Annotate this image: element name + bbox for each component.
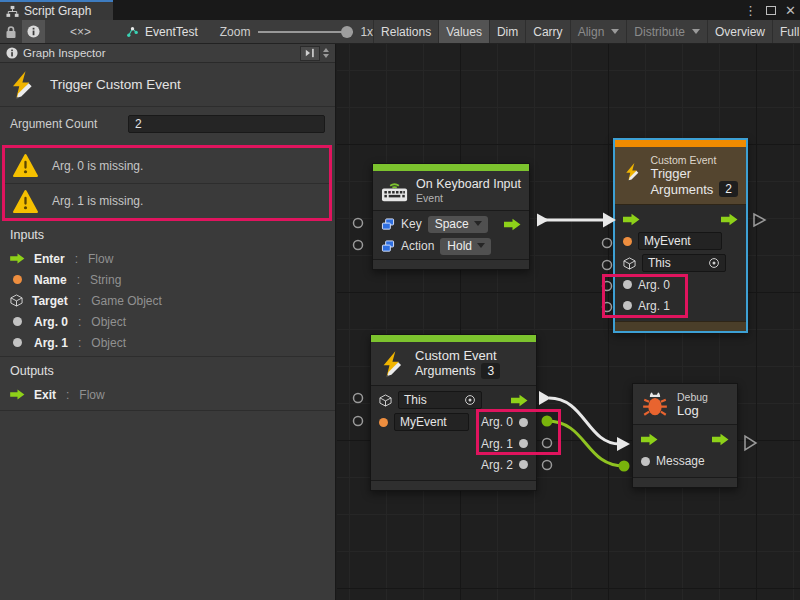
graph-canvas[interactable]: On Keyboard Input Event Key Space bbox=[337, 44, 800, 600]
port-trigger-target-in[interactable] bbox=[603, 261, 612, 270]
custom-event-icon bbox=[379, 350, 407, 378]
graph-breadcrumb[interactable]: EventTest bbox=[126, 20, 198, 43]
name-port-icon[interactable] bbox=[623, 237, 632, 246]
node-custom-event[interactable]: Custom Event Arguments 3 This bbox=[370, 334, 537, 491]
argument-count-input[interactable]: 2 bbox=[128, 115, 325, 133]
distribute-dropdown[interactable]: Distribute bbox=[626, 20, 707, 43]
arg0-label: Arg. 0 bbox=[638, 278, 670, 292]
flow-out-port[interactable] bbox=[721, 213, 738, 226]
event-node-strip bbox=[373, 164, 529, 171]
fullscreen-label: Full Screen bbox=[780, 25, 800, 39]
port-trigger-name-in[interactable] bbox=[603, 239, 612, 248]
carry-button[interactable]: Carry bbox=[525, 20, 569, 43]
close-icon[interactable]: ✕ bbox=[785, 4, 796, 17]
flow-in-port[interactable] bbox=[641, 433, 658, 446]
trigger-out-port[interactable] bbox=[504, 218, 521, 231]
arg2-out-port-icon[interactable] bbox=[519, 460, 528, 469]
trigger-out-port[interactable] bbox=[511, 394, 528, 407]
port-receiver-arg1-out[interactable] bbox=[543, 439, 552, 448]
port-trigger-arg1-in[interactable] bbox=[603, 303, 612, 312]
arg1-port-icon[interactable] bbox=[623, 301, 632, 310]
dock-panel-button[interactable] bbox=[300, 46, 320, 61]
cube-icon bbox=[10, 294, 23, 307]
inspector-header: Graph Inspector bbox=[0, 44, 335, 63]
warning-row: Arg. 0 is missing. bbox=[5, 148, 329, 183]
arguments-count-badge: 2 bbox=[719, 181, 738, 197]
port-trigger-arg0-in[interactable] bbox=[603, 282, 612, 291]
warning-text: Arg. 1 is missing. bbox=[52, 194, 143, 208]
scroll-down-icon[interactable] bbox=[323, 54, 329, 58]
node-footer bbox=[633, 477, 737, 487]
tab-bar: Script Graph ⋮ ✕ bbox=[0, 0, 800, 20]
inspector-toggle-button[interactable] bbox=[22, 20, 45, 43]
scroll-up-icon[interactable] bbox=[323, 48, 329, 52]
relations-button[interactable]: Relations bbox=[373, 20, 438, 43]
maximize-icon[interactable] bbox=[766, 6, 776, 15]
object-port-icon bbox=[13, 317, 22, 326]
values-button[interactable]: Values bbox=[438, 20, 489, 43]
overview-button[interactable]: Overview bbox=[707, 20, 772, 43]
node-debug-log[interactable]: Debug Log Message bbox=[632, 383, 738, 488]
port-item-arg0: Arg. 0:Object bbox=[0, 311, 335, 332]
port-name: Exit bbox=[34, 388, 56, 402]
flow-out-port[interactable] bbox=[712, 433, 729, 446]
fullscreen-button[interactable]: Full Screen bbox=[772, 20, 800, 43]
target-field[interactable]: This bbox=[642, 254, 726, 272]
zoom-slider-thumb[interactable] bbox=[341, 26, 353, 38]
arg0-port-icon[interactable] bbox=[623, 280, 632, 289]
node-footer bbox=[373, 259, 529, 269]
target-field[interactable]: This bbox=[398, 391, 482, 409]
arg1-out-port-icon[interactable] bbox=[519, 439, 528, 448]
port-receiver-name-in[interactable] bbox=[354, 417, 363, 426]
code-view-button[interactable]: <×> bbox=[63, 20, 98, 43]
port-item-exit: Exit:Flow bbox=[0, 384, 335, 405]
chevron-down-icon bbox=[474, 221, 482, 226]
node-on-keyboard-input[interactable]: On Keyboard Input Event Key Space bbox=[372, 163, 530, 270]
target-port-icon[interactable] bbox=[623, 257, 636, 270]
message-port-icon[interactable] bbox=[641, 457, 650, 466]
port-keyboard-key-in[interactable] bbox=[354, 219, 363, 228]
script-machine-icon bbox=[126, 25, 139, 38]
dim-button[interactable]: Dim bbox=[489, 20, 525, 43]
event-name-field[interactable]: MyEvent bbox=[394, 413, 469, 431]
action-value: Hold bbox=[447, 239, 472, 253]
outputs-list: Exit:Flow bbox=[0, 384, 335, 405]
key-dropdown[interactable]: Space bbox=[428, 216, 488, 233]
port-keyboard-action-in[interactable] bbox=[354, 241, 363, 250]
node-footer bbox=[615, 321, 746, 331]
custom-event-icon bbox=[8, 70, 38, 100]
flow-in-port[interactable] bbox=[623, 213, 640, 226]
values-label: Values bbox=[446, 25, 482, 39]
object-picker-icon[interactable] bbox=[708, 257, 720, 269]
relations-label: Relations bbox=[381, 25, 431, 39]
bug-icon bbox=[641, 390, 669, 418]
action-literal-icon bbox=[381, 240, 395, 253]
panel-scroll-buttons[interactable] bbox=[323, 48, 329, 58]
zoom-control: Zoom 1x bbox=[220, 20, 373, 43]
target-value: This bbox=[648, 256, 671, 271]
distribute-label: Distribute bbox=[634, 25, 685, 39]
arg0-out-port-icon[interactable] bbox=[519, 418, 528, 427]
event-name-field[interactable]: MyEvent bbox=[638, 232, 722, 250]
tab-script-graph[interactable]: Script Graph bbox=[0, 0, 113, 20]
name-port-icon[interactable] bbox=[379, 418, 388, 427]
warning-text: Arg. 0 is missing. bbox=[52, 159, 143, 173]
target-port-icon[interactable] bbox=[379, 394, 392, 407]
port-receiver-target-in[interactable] bbox=[354, 394, 363, 403]
port-receiver-arg2-out[interactable] bbox=[543, 461, 552, 470]
kebab-menu-icon[interactable]: ⋮ bbox=[744, 4, 757, 17]
custom-event-icon bbox=[623, 158, 642, 186]
zoom-slider[interactable] bbox=[258, 20, 353, 44]
node-trigger-custom-event[interactable]: Custom Event Trigger Arguments 2 MyEvent bbox=[613, 138, 748, 333]
outputs-header: Outputs bbox=[10, 364, 54, 378]
align-dropdown[interactable]: Align bbox=[570, 20, 627, 43]
action-dropdown[interactable]: Hold bbox=[440, 238, 491, 255]
port-debug-flow-out[interactable] bbox=[745, 436, 756, 450]
separator: : bbox=[78, 336, 81, 350]
align-label: Align bbox=[578, 25, 605, 39]
port-trigger-flow-out[interactable] bbox=[754, 214, 765, 226]
object-picker-icon[interactable] bbox=[464, 394, 476, 406]
node-arguments-row: Arguments 3 bbox=[415, 363, 500, 379]
lock-button[interactable] bbox=[0, 20, 22, 43]
arg1-label: Arg. 1 bbox=[481, 437, 513, 451]
